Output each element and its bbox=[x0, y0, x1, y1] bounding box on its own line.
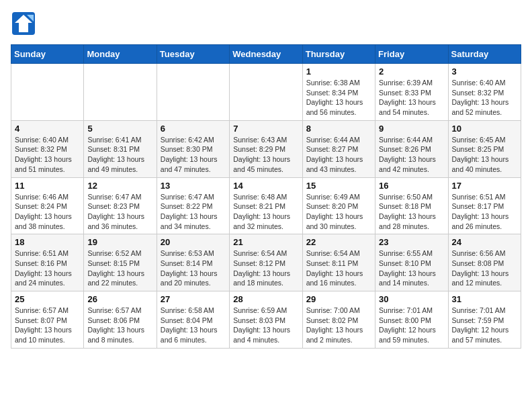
calendar-cell: 10Sunrise: 6:45 AM Sunset: 8:25 PM Dayli… bbox=[448, 120, 521, 177]
calendar-cell: 24Sunrise: 6:56 AM Sunset: 8:08 PM Dayli… bbox=[448, 234, 521, 291]
calendar-cell: 13Sunrise: 6:47 AM Sunset: 8:22 PM Dayli… bbox=[157, 177, 229, 234]
day-number: 2 bbox=[379, 66, 444, 77]
day-info: Sunrise: 6:54 AM Sunset: 8:11 PM Dayligh… bbox=[306, 248, 371, 288]
day-number: 1 bbox=[306, 66, 371, 77]
calendar-cell bbox=[11, 64, 84, 121]
day-info: Sunrise: 7:00 AM Sunset: 8:02 PM Dayligh… bbox=[306, 306, 371, 345]
day-info: Sunrise: 6:54 AM Sunset: 8:12 PM Dayligh… bbox=[233, 248, 298, 288]
calendar-cell bbox=[157, 64, 229, 121]
calendar-cell: 4Sunrise: 6:40 AM Sunset: 8:32 PM Daylig… bbox=[11, 120, 84, 177]
day-number: 25 bbox=[15, 294, 80, 304]
day-number: 8 bbox=[306, 124, 371, 134]
day-info: Sunrise: 6:53 AM Sunset: 8:14 PM Dayligh… bbox=[161, 248, 226, 288]
day-info: Sunrise: 6:51 AM Sunset: 8:17 PM Dayligh… bbox=[452, 192, 517, 232]
calendar-week-row: 11Sunrise: 6:46 AM Sunset: 8:24 PM Dayli… bbox=[11, 177, 521, 234]
day-number: 28 bbox=[233, 294, 298, 304]
day-number: 29 bbox=[306, 294, 371, 304]
day-info: Sunrise: 6:55 AM Sunset: 8:10 PM Dayligh… bbox=[379, 248, 444, 288]
weekday-header: Sunday bbox=[11, 45, 84, 64]
day-number: 16 bbox=[379, 181, 444, 191]
calendar-cell: 9Sunrise: 6:44 AM Sunset: 8:26 PM Daylig… bbox=[375, 120, 448, 177]
weekday-header: Wednesday bbox=[230, 45, 302, 64]
weekday-header: Monday bbox=[84, 45, 157, 64]
day-info: Sunrise: 6:43 AM Sunset: 8:29 PM Dayligh… bbox=[233, 135, 298, 175]
day-number: 24 bbox=[452, 237, 517, 247]
day-info: Sunrise: 6:44 AM Sunset: 8:26 PM Dayligh… bbox=[379, 135, 444, 175]
calendar-cell: 30Sunrise: 7:01 AM Sunset: 8:00 PM Dayli… bbox=[375, 291, 448, 349]
day-info: Sunrise: 6:56 AM Sunset: 8:08 PM Dayligh… bbox=[452, 248, 517, 288]
calendar-cell: 1Sunrise: 6:38 AM Sunset: 8:34 PM Daylig… bbox=[302, 64, 375, 121]
day-number: 9 bbox=[379, 124, 444, 134]
calendar-cell: 7Sunrise: 6:43 AM Sunset: 8:29 PM Daylig… bbox=[230, 120, 302, 177]
day-info: Sunrise: 6:58 AM Sunset: 8:04 PM Dayligh… bbox=[161, 306, 226, 345]
calendar-cell: 20Sunrise: 6:53 AM Sunset: 8:14 PM Dayli… bbox=[157, 234, 229, 291]
calendar-cell: 16Sunrise: 6:50 AM Sunset: 8:18 PM Dayli… bbox=[375, 177, 448, 234]
calendar-week-row: 4Sunrise: 6:40 AM Sunset: 8:32 PM Daylig… bbox=[11, 120, 521, 177]
logo bbox=[11, 11, 39, 36]
calendar-cell: 23Sunrise: 6:55 AM Sunset: 8:10 PM Dayli… bbox=[375, 234, 448, 291]
day-info: Sunrise: 6:47 AM Sunset: 8:22 PM Dayligh… bbox=[161, 192, 226, 232]
weekday-header: Friday bbox=[375, 45, 448, 64]
calendar-cell: 26Sunrise: 6:57 AM Sunset: 8:06 PM Dayli… bbox=[84, 291, 157, 349]
calendar-cell: 8Sunrise: 6:44 AM Sunset: 8:27 PM Daylig… bbox=[302, 120, 375, 177]
day-number: 12 bbox=[87, 181, 152, 191]
day-info: Sunrise: 6:52 AM Sunset: 8:15 PM Dayligh… bbox=[87, 248, 152, 288]
calendar-cell: 31Sunrise: 7:01 AM Sunset: 7:59 PM Dayli… bbox=[448, 291, 521, 349]
calendar-header-row: SundayMondayTuesdayWednesdayThursdayFrid… bbox=[11, 45, 521, 64]
calendar-cell bbox=[84, 64, 157, 121]
day-info: Sunrise: 6:47 AM Sunset: 8:23 PM Dayligh… bbox=[87, 192, 152, 232]
calendar-cell: 12Sunrise: 6:47 AM Sunset: 8:23 PM Dayli… bbox=[84, 177, 157, 234]
day-number: 30 bbox=[379, 294, 444, 304]
calendar-cell: 6Sunrise: 6:42 AM Sunset: 8:30 PM Daylig… bbox=[157, 120, 229, 177]
day-number: 10 bbox=[452, 124, 517, 134]
calendar-cell: 29Sunrise: 7:00 AM Sunset: 8:02 PM Dayli… bbox=[302, 291, 375, 349]
day-number: 4 bbox=[15, 124, 80, 134]
calendar-cell: 19Sunrise: 6:52 AM Sunset: 8:15 PM Dayli… bbox=[84, 234, 157, 291]
page-header bbox=[11, 11, 521, 36]
calendar-cell: 25Sunrise: 6:57 AM Sunset: 8:07 PM Dayli… bbox=[11, 291, 84, 349]
calendar-week-row: 25Sunrise: 6:57 AM Sunset: 8:07 PM Dayli… bbox=[11, 291, 521, 349]
day-number: 21 bbox=[233, 237, 298, 247]
weekday-header: Saturday bbox=[448, 45, 521, 64]
day-info: Sunrise: 6:57 AM Sunset: 8:07 PM Dayligh… bbox=[15, 306, 80, 345]
calendar-cell: 15Sunrise: 6:49 AM Sunset: 8:20 PM Dayli… bbox=[302, 177, 375, 234]
calendar-cell: 22Sunrise: 6:54 AM Sunset: 8:11 PM Dayli… bbox=[302, 234, 375, 291]
day-number: 20 bbox=[161, 237, 226, 247]
calendar-cell: 27Sunrise: 6:58 AM Sunset: 8:04 PM Dayli… bbox=[157, 291, 229, 349]
day-info: Sunrise: 6:57 AM Sunset: 8:06 PM Dayligh… bbox=[87, 306, 152, 345]
day-info: Sunrise: 6:48 AM Sunset: 8:21 PM Dayligh… bbox=[233, 192, 298, 232]
calendar-cell: 28Sunrise: 6:59 AM Sunset: 8:03 PM Dayli… bbox=[230, 291, 302, 349]
calendar-week-row: 1Sunrise: 6:38 AM Sunset: 8:34 PM Daylig… bbox=[11, 64, 521, 121]
calendar-cell: 3Sunrise: 6:40 AM Sunset: 8:32 PM Daylig… bbox=[448, 64, 521, 121]
day-info: Sunrise: 7:01 AM Sunset: 8:00 PM Dayligh… bbox=[379, 306, 444, 345]
calendar-cell: 11Sunrise: 6:46 AM Sunset: 8:24 PM Dayli… bbox=[11, 177, 84, 234]
day-info: Sunrise: 6:50 AM Sunset: 8:18 PM Dayligh… bbox=[379, 192, 444, 232]
calendar-cell: 5Sunrise: 6:41 AM Sunset: 8:31 PM Daylig… bbox=[84, 120, 157, 177]
day-info: Sunrise: 6:41 AM Sunset: 8:31 PM Dayligh… bbox=[87, 135, 152, 175]
day-number: 15 bbox=[306, 181, 371, 191]
day-info: Sunrise: 6:42 AM Sunset: 8:30 PM Dayligh… bbox=[161, 135, 226, 175]
day-info: Sunrise: 6:45 AM Sunset: 8:25 PM Dayligh… bbox=[452, 135, 517, 175]
day-number: 23 bbox=[379, 237, 444, 247]
weekday-header: Tuesday bbox=[157, 45, 229, 64]
day-number: 22 bbox=[306, 237, 371, 247]
calendar-table: SundayMondayTuesdayWednesdayThursdayFrid… bbox=[11, 44, 521, 349]
day-info: Sunrise: 6:38 AM Sunset: 8:34 PM Dayligh… bbox=[306, 78, 371, 118]
day-info: Sunrise: 6:59 AM Sunset: 8:03 PM Dayligh… bbox=[233, 306, 298, 345]
day-info: Sunrise: 6:51 AM Sunset: 8:16 PM Dayligh… bbox=[15, 248, 80, 288]
calendar-cell: 14Sunrise: 6:48 AM Sunset: 8:21 PM Dayli… bbox=[230, 177, 302, 234]
calendar-cell: 18Sunrise: 6:51 AM Sunset: 8:16 PM Dayli… bbox=[11, 234, 84, 291]
logo-icon bbox=[11, 11, 36, 36]
weekday-header: Thursday bbox=[302, 45, 375, 64]
day-info: Sunrise: 6:44 AM Sunset: 8:27 PM Dayligh… bbox=[306, 135, 371, 175]
day-info: Sunrise: 6:39 AM Sunset: 8:33 PM Dayligh… bbox=[379, 78, 444, 118]
day-info: Sunrise: 6:46 AM Sunset: 8:24 PM Dayligh… bbox=[15, 192, 80, 232]
day-info: Sunrise: 6:49 AM Sunset: 8:20 PM Dayligh… bbox=[306, 192, 371, 232]
day-number: 17 bbox=[452, 181, 517, 191]
calendar-week-row: 18Sunrise: 6:51 AM Sunset: 8:16 PM Dayli… bbox=[11, 234, 521, 291]
day-number: 27 bbox=[161, 294, 226, 304]
calendar-cell bbox=[230, 64, 302, 121]
day-number: 7 bbox=[233, 124, 298, 134]
day-number: 5 bbox=[87, 124, 152, 134]
calendar-cell: 2Sunrise: 6:39 AM Sunset: 8:33 PM Daylig… bbox=[375, 64, 448, 121]
